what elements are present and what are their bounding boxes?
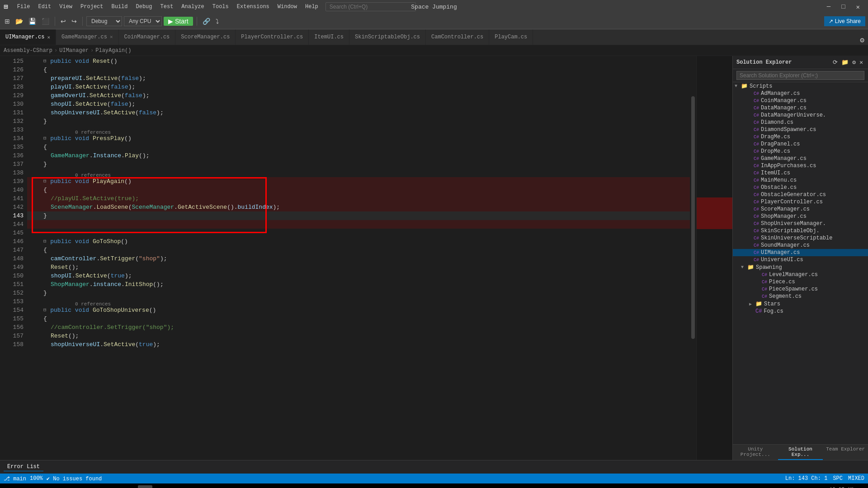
tree-file-item[interactable]: C#SkinUniverseScriptable [733, 235, 868, 242]
tree-file-item[interactable]: C#UniverseUI.cs [733, 256, 868, 263]
app2-icon[interactable]: 🟠 [123, 485, 137, 488]
menu-help[interactable]: Help [302, 2, 322, 12]
tree-file-item[interactable]: C#Piece.cs [733, 278, 868, 286]
se-search-input[interactable] [736, 71, 864, 80]
git-branch[interactable]: ⎇ main [4, 475, 26, 482]
tree-file-item[interactable]: C#ShopManager.cs [733, 213, 868, 220]
tree-file-item[interactable]: C#ScoreManager.cs [733, 206, 868, 213]
menu-window[interactable]: Window [274, 2, 301, 12]
edge-icon[interactable]: 🌐 [46, 485, 60, 488]
tab-camcontroller[interactable]: CamController.cs [426, 29, 489, 45]
menu-project[interactable]: Project [77, 2, 107, 12]
tree-file-item[interactable]: C#ObstacleGenerator.cs [733, 191, 868, 198]
tree-file-item[interactable]: C#GameManager.cs [733, 155, 868, 162]
minimap[interactable] [696, 56, 732, 460]
code-content[interactable]: ⊟ public void Reset(){prepareUI.SetActiv… [27, 56, 690, 460]
se-close-btn[interactable]: ✕ [858, 58, 864, 67]
app5-icon[interactable]: 🎮 [184, 485, 198, 488]
menu-test[interactable]: Test [157, 2, 177, 12]
tree-file-item[interactable]: C#PieceSpawner.cs [733, 286, 868, 293]
app6-icon[interactable]: 💜 [199, 485, 214, 488]
tree-file-item[interactable]: C#SkinScriptableObj. [733, 227, 868, 235]
fold-button[interactable]: ⊟ [43, 237, 49, 246]
tree-file-item[interactable]: C#AdManager.cs [733, 90, 868, 97]
step-over-btn[interactable]: ⤵ [214, 17, 221, 26]
opera-icon[interactable]: 🔴 [76, 485, 91, 488]
file-explorer-icon[interactable]: 📁 [92, 485, 106, 488]
tab-itemui[interactable]: ItemUI.cs [309, 29, 349, 45]
save-btn[interactable]: 💾 [27, 17, 38, 26]
menu-view[interactable]: View [56, 2, 76, 12]
app1-icon[interactable]: 🔵 [107, 485, 122, 488]
minimize-button[interactable]: ─ [822, 2, 835, 12]
tab-uimanager[interactable]: UIManager.cs ✕ [0, 29, 56, 45]
editor-scrollbar[interactable] [690, 56, 696, 460]
fold-button[interactable]: ⊟ [43, 177, 49, 186]
attach-btn[interactable]: 🔗 [201, 17, 212, 26]
tree-file-item[interactable]: C#UIManager.cs [733, 249, 868, 256]
menu-file[interactable]: File [14, 2, 34, 12]
tree-file-item[interactable]: C#PlayerController.cs [733, 198, 868, 206]
menu-extensions[interactable]: Extensions [233, 2, 273, 12]
tree-file-item[interactable]: C#MainMenu.cs [733, 177, 868, 184]
se-tab-team[interactable]: Team Explorer [823, 445, 868, 460]
tree-file-item[interactable]: C#DragPanel.cs [733, 141, 868, 148]
taskbar-clock[interactable]: 12:07 AM 9/5/2020 [826, 486, 857, 488]
tree-file-item[interactable]: C#DiamondSpawner.cs [733, 126, 868, 133]
save-all-btn[interactable]: ⬛ [40, 17, 51, 26]
undo-btn[interactable]: ↩ [59, 17, 68, 26]
tab-playcam[interactable]: PlayCam.cs [489, 29, 533, 45]
title-search[interactable] [326, 2, 416, 11]
se-sync-btn[interactable]: ⟳ [831, 58, 839, 67]
live-share-button[interactable]: ↗ Live Share [824, 16, 865, 26]
spc[interactable]: SPC [833, 475, 843, 482]
new-project-btn[interactable]: ⊞ [3, 17, 12, 26]
app4-icon[interactable]: 🔷 [169, 485, 183, 488]
tab-skinscriptable[interactable]: SkinScriptableObj.cs [349, 29, 426, 45]
tree-file-item[interactable]: C#DropMe.cs [733, 148, 868, 155]
zoom-level[interactable]: 100% [30, 475, 43, 482]
breadcrumb-file[interactable]: UIManager [59, 47, 89, 54]
fold-button[interactable]: ⊟ [43, 306, 49, 314]
se-folder-btn[interactable]: 📁 [840, 58, 850, 67]
tree-scripts-folder[interactable]: ▼ 📁 Scripts [733, 82, 868, 90]
tree-file-item[interactable]: C#SoundManager.cs [733, 242, 868, 249]
chrome-icon[interactable]: ⚪ [61, 485, 75, 488]
tree-spawning-folder[interactable]: ▼ 📁 Spawning [733, 263, 868, 271]
start-menu-btn[interactable]: ⊞ [2, 486, 14, 488]
tree-file-item[interactable]: C#InAppPurchases.cs [733, 162, 868, 169]
se-settings-btn[interactable]: ⚙ [851, 58, 857, 67]
se-tab-unity[interactable]: Unity Project... [733, 445, 778, 460]
tree-file-item[interactable]: C#ShopUniverseManager. [733, 220, 868, 227]
line-col[interactable]: Ln: 143 Ch: 1 [785, 475, 828, 482]
tree-file-item[interactable]: C#DragMe.cs [733, 133, 868, 141]
tree-stars-folder[interactable]: ▶ 📁 Stars [733, 300, 868, 308]
tab-coinmanager[interactable]: CoinManager.cs [119, 29, 176, 45]
tree-file-item[interactable]: C#DataManagerUniverse. [733, 112, 868, 119]
tab-gamemanager[interactable]: GameManager.cs ✕ [56, 29, 118, 45]
fold-button[interactable]: ⊟ [43, 134, 49, 143]
menu-debug[interactable]: Debug [132, 2, 156, 12]
no-issues[interactable]: ✔ No issues found [47, 475, 102, 482]
menu-tools[interactable]: Tools [209, 2, 232, 12]
close-button[interactable]: ✕ [852, 2, 864, 12]
tab-close-icon[interactable]: ✕ [47, 34, 50, 40]
breadcrumb-method[interactable]: PlayAgain() [95, 47, 131, 54]
platform-select[interactable]: Any CPU [124, 16, 162, 26]
maximize-button[interactable]: □ [837, 2, 849, 12]
start-button[interactable]: ▶ Start [164, 17, 193, 26]
open-btn[interactable]: 📂 [14, 17, 25, 26]
panel-tab-error-list[interactable]: Error List [4, 463, 43, 471]
tree-file-item[interactable]: C#Obstacle.cs [733, 184, 868, 191]
redo-btn[interactable]: ↪ [70, 17, 79, 26]
tab-playercontroller[interactable]: PlayerController.cs [236, 29, 309, 45]
fold-button[interactable]: ⊟ [43, 57, 49, 66]
app3-icon[interactable]: 🟢 [153, 485, 168, 488]
se-tab-solution[interactable]: Solution Exp... [778, 445, 823, 460]
breadcrumb-assembly[interactable]: Assembly-CSharp [4, 47, 52, 54]
tree-file-item[interactable]: C#Segment.cs [733, 293, 868, 300]
tab-settings-btn[interactable]: ⚙ [856, 36, 868, 45]
tree-file-item[interactable]: C#ItemUI.cs [733, 169, 868, 177]
tree-file-item[interactable]: C#CoinManager.cs [733, 97, 868, 104]
tab-scoremanager[interactable]: ScoreManager.cs [175, 29, 236, 45]
